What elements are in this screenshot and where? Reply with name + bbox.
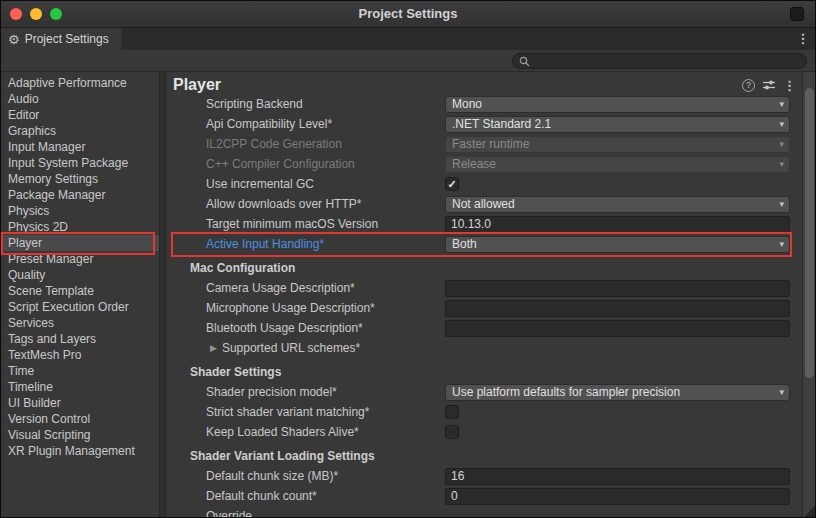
sidebar-item-services[interactable]: Services xyxy=(0,315,159,331)
dropdown-active-input-handling[interactable]: Both▾ xyxy=(445,236,790,253)
kebab-menu-icon[interactable]: ⋮ xyxy=(795,32,811,45)
sidebar-item-package-manager[interactable]: Package Manager xyxy=(0,187,159,203)
minimize-window-button[interactable] xyxy=(30,8,42,20)
sidebar-item-label: XR Plugin Management xyxy=(8,444,135,458)
search-field[interactable] xyxy=(512,53,807,69)
sidebar-item-label: Services xyxy=(8,316,54,330)
section-header-mac-configuration: Mac Configuration xyxy=(166,258,802,278)
zoom-window-button[interactable] xyxy=(50,8,62,20)
field-bluetooth-usage-description[interactable] xyxy=(445,320,790,337)
sidebar-item-adaptive-performance[interactable]: Adaptive Performance xyxy=(0,75,159,91)
panel-header: Player ? ⋮ xyxy=(166,72,802,94)
checkbox-keep-loaded-shaders-alive[interactable] xyxy=(445,425,459,439)
sidebar-item-label: Timeline xyxy=(8,380,53,394)
resize-grip[interactable] xyxy=(803,505,816,518)
row-label: Camera Usage Description* xyxy=(166,281,445,295)
dropdown-allow-downloads-over-http[interactable]: Not allowed▾ xyxy=(445,196,790,213)
scrollbar-thumb[interactable] xyxy=(805,88,814,378)
search-icon xyxy=(519,56,530,67)
gear-icon: ⚙ xyxy=(8,33,20,46)
settings-row-shader-precision-model: Shader precision model*Use platform defa… xyxy=(166,382,802,402)
search-input[interactable] xyxy=(534,55,800,67)
sidebar-item-label: Package Manager xyxy=(8,188,105,202)
dropdown-api-compatibility-level[interactable]: .NET Standard 2.1▾ xyxy=(445,116,790,133)
sidebar-item-tags-and-layers[interactable]: Tags and Layers xyxy=(0,331,159,347)
chevron-down-icon: ▾ xyxy=(779,140,784,149)
sidebar-item-audio[interactable]: Audio xyxy=(0,91,159,107)
row-label: Default chunk size (MB)* xyxy=(166,469,445,483)
settings-row-allow-downloads-over-http: Allow downloads over HTTP*Not allowed▾ xyxy=(166,194,802,214)
sidebar-item-label: Input System Package xyxy=(8,156,128,170)
row-label: C++ Compiler Configuration xyxy=(166,157,445,171)
chevron-down-icon: ▾ xyxy=(779,200,784,209)
player-settings-panel: Player ? ⋮ Scripting BackendMono▾Api Com… xyxy=(166,72,802,518)
help-icon[interactable]: ? xyxy=(742,79,755,92)
settings-row-strict-shader-variant-matching: Strict shader variant matching* xyxy=(166,402,802,422)
tab-label: Project Settings xyxy=(25,32,109,46)
dropdown-scripting-backend[interactable]: Mono▾ xyxy=(445,96,790,113)
sidebar-item-graphics[interactable]: Graphics xyxy=(0,123,159,139)
tab-project-settings[interactable]: ⚙ Project Settings xyxy=(0,28,121,50)
sidebar-item-preset-manager[interactable]: Preset Manager xyxy=(0,251,159,267)
row-label: Keep Loaded Shaders Alive* xyxy=(166,425,445,439)
field-camera-usage-description[interactable] xyxy=(445,280,790,297)
panel-header-icons: ? ⋮ xyxy=(742,79,796,92)
sidebar-item-version-control[interactable]: Version Control xyxy=(0,411,159,427)
tab-bar: ⚙ Project Settings ⋮ xyxy=(0,28,816,50)
row-label: Override xyxy=(166,509,445,518)
sidebar-item-visual-scripting[interactable]: Visual Scripting xyxy=(0,427,159,443)
sidebar-item-timeline[interactable]: Timeline xyxy=(0,379,159,395)
chevron-down-icon: ▾ xyxy=(779,120,784,129)
sidebar-item-physics-2d[interactable]: Physics 2D xyxy=(0,219,159,235)
chevron-down-icon: ▾ xyxy=(779,240,784,249)
foldout-supported-url-schemes[interactable]: ▶Supported URL schemes* xyxy=(166,341,360,355)
sidebar-item-xr-plugin-management[interactable]: XR Plugin Management xyxy=(0,443,159,459)
sidebar-item-textmesh-pro[interactable]: TextMesh Pro xyxy=(0,347,159,363)
sidebar-item-input-system-package[interactable]: Input System Package xyxy=(0,155,159,171)
sidebar-item-input-manager[interactable]: Input Manager xyxy=(0,139,159,155)
checkbox-use-incremental-gc[interactable]: ✓ xyxy=(445,177,459,191)
row-label: Bluetooth Usage Description* xyxy=(166,321,445,335)
settings-row-camera-usage-description: Camera Usage Description* xyxy=(166,278,802,298)
dropdown-c-compiler-configuration: Release▾ xyxy=(445,156,790,173)
sidebar-item-ui-builder[interactable]: UI Builder xyxy=(0,395,159,411)
field-target-minimum-macos-version[interactable] xyxy=(445,216,790,233)
sidebar-item-label: Version Control xyxy=(8,412,90,426)
sidebar-item-label: Input Manager xyxy=(8,140,85,154)
sidebar-item-label: Graphics xyxy=(8,124,56,138)
vertical-scrollbar[interactable] xyxy=(802,72,816,518)
chevron-down-icon: ▾ xyxy=(779,388,784,397)
panel-splitter[interactable] xyxy=(159,72,166,518)
settings-row-api-compatibility-level: Api Compatibility Level*.NET Standard 2.… xyxy=(166,114,802,134)
search-toolbar xyxy=(0,50,816,72)
chevron-down-icon: ▾ xyxy=(779,100,784,109)
sidebar-item-script-execution-order[interactable]: Script Execution Order xyxy=(0,299,159,315)
sidebar-item-scene-template[interactable]: Scene Template xyxy=(0,283,159,299)
sidebar-item-editor[interactable]: Editor xyxy=(0,107,159,123)
sidebar-item-memory-settings[interactable]: Memory Settings xyxy=(0,171,159,187)
row-label: Allow downloads over HTTP* xyxy=(166,197,445,211)
traffic-lights xyxy=(10,8,62,20)
field-default-chunk-size-mb[interactable] xyxy=(445,468,790,485)
sidebar-item-label: Player xyxy=(8,236,42,250)
sidebar-item-time[interactable]: Time xyxy=(0,363,159,379)
sidebar-item-label: Memory Settings xyxy=(8,172,98,186)
close-window-button[interactable] xyxy=(10,8,22,20)
sidebar-item-label: Tags and Layers xyxy=(8,332,96,346)
row-label: Api Compatibility Level* xyxy=(166,117,445,131)
checkbox-strict-shader-variant-matching[interactable] xyxy=(445,405,459,419)
dropdown-value: Not allowed xyxy=(452,197,779,211)
presets-icon[interactable] xyxy=(763,79,775,91)
sidebar-item-label: Script Execution Order xyxy=(8,300,129,314)
settings-row-override: Override xyxy=(166,506,802,518)
row-label: Scripting Backend xyxy=(166,97,445,111)
sidebar-item-label: Audio xyxy=(8,92,39,106)
sidebar-item-quality[interactable]: Quality xyxy=(0,267,159,283)
kebab-menu-icon[interactable]: ⋮ xyxy=(783,79,796,92)
settings-row-supported-url-schemes: ▶Supported URL schemes* xyxy=(166,338,802,358)
field-default-chunk-count[interactable] xyxy=(445,488,790,505)
sidebar-item-player[interactable]: Player xyxy=(0,235,159,251)
field-microphone-usage-description[interactable] xyxy=(445,300,790,317)
dropdown-shader-precision-model[interactable]: Use platform defaults for sampler precis… xyxy=(445,384,790,401)
sidebar-item-physics[interactable]: Physics xyxy=(0,203,159,219)
